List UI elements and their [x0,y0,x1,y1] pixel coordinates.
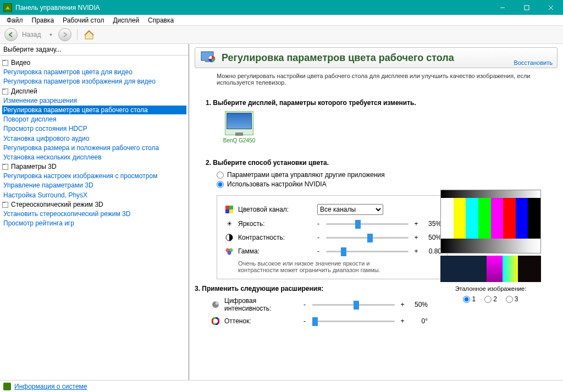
restore-defaults-link[interactable]: Восстановить [514,59,553,66]
hue-value: 0° [406,317,428,325]
tree-link[interactable]: Регулировка размера и положения рабочего… [2,143,186,152]
brightness-icon: ☀ [225,219,234,228]
vibrance-slider[interactable] [312,300,395,310]
toolbar: Назад ▼ [0,26,563,44]
tree-link[interactable]: Регулировка параметров цвета для видео [2,68,186,76]
svg-point-17 [212,318,219,324]
gamma-value: 0.80 [420,247,441,255]
radio-nvidia-input[interactable] [217,181,224,188]
display-tile[interactable]: BenQ G2450 [222,111,256,143]
ref-3[interactable]: 3 [506,295,518,303]
gamma-row: Гамма: - + 0.80 [225,246,441,256]
ref-1[interactable]: 1 [463,295,476,303]
menu-desktop[interactable]: Рабочий стол [58,15,108,25]
tree-category[interactable]: Дисплей [2,87,186,96]
brightness-slider[interactable] [326,219,409,229]
tree-link[interactable]: Установка цифрового аудио [2,134,186,143]
brightness-row: ☀ Яркость: - + 35% [225,219,441,229]
color-preview [440,190,541,253]
tree-link[interactable]: Управление параметрами 3D [2,181,186,190]
svg-rect-5 [205,61,209,62]
nav-tree: ВидеоРегулировка параметров цвета для ви… [0,56,189,380]
page-header: Регулировка параметров цвета рабочего ст… [195,47,558,68]
contrast-row: Контрастность: - + 50% [225,233,441,242]
section-2-header: 2. Выберите способ установки цвета. [206,159,558,167]
menubar: Файл Правка Рабочий стол Дисплей Справка [0,15,563,26]
tree-link[interactable]: Поворот дисплея [2,115,186,124]
reference-label: Эталонное изображение: [440,285,541,292]
window-title: Панель управления NVIDIA [15,4,490,12]
radio-nvidia-label: Использовать настройки NVIDIA [227,180,327,188]
reference-image-radios: 1 2 3 [440,295,541,303]
contrast-label: Контрастность: [238,234,315,241]
channel-select[interactable]: Все каналы [317,204,383,215]
page-description: Можно регулировать настройки цвета рабоч… [195,68,558,93]
menu-file[interactable]: Файл [2,15,27,25]
minimize-button[interactable] [490,0,515,15]
radio-other-input[interactable] [217,172,224,179]
tree-link[interactable]: Настройка Surround, PhysX [2,191,186,200]
brightness-label: Яркость: [238,220,315,228]
vibrance-value: 50% [406,301,428,308]
contrast-slider[interactable] [326,233,409,242]
gamma-label: Гамма: [238,247,315,255]
maximize-button[interactable] [515,0,539,15]
sysinfo-link[interactable]: Информация о системе [14,383,87,390]
preview-column: Эталонное изображение: 1 2 3 [440,190,541,303]
svg-rect-7 [225,206,229,209]
tree-link[interactable]: Регулировка параметров изображения для в… [2,77,186,86]
menu-help[interactable]: Справка [143,15,178,25]
color-controls-box: Цветовой канал: Все каналы ☀ Яркость: - … [217,195,448,279]
tree-category[interactable]: Видео [2,58,186,67]
gamma-hint: Очень высокое или низкое значение яркост… [238,260,381,273]
vibrance-row: Цифровая интенсивность: - + 50% [211,297,464,312]
vibrance-label: Цифровая интенсивность: [224,297,301,312]
tree-category[interactable]: Параметры 3D [2,162,186,171]
ref-2[interactable]: 2 [484,295,497,303]
section-3-header: 3. Применить следующие расширения: [195,285,464,292]
tree-link[interactable]: Установка нескольких дисплеев [2,153,186,162]
tree-link[interactable]: Установить стереоскопический режим 3D [2,209,186,218]
svg-rect-8 [229,206,233,209]
tree-link[interactable]: Просмотр рейтинга игр [2,219,186,228]
forward-button[interactable] [58,28,71,41]
svg-point-14 [228,251,231,255]
vibrance-icon [211,300,220,309]
svg-rect-9 [225,209,229,213]
monitor-icon [225,111,253,135]
tree-link[interactable]: Просмотр состояния HDCP [2,124,186,133]
radio-other-label: Параметрами цвета управляют другие прило… [227,171,385,179]
radio-other-apps[interactable]: Параметрами цвета управляют другие прило… [217,171,558,179]
contrast-icon [225,233,234,242]
hue-slider[interactable] [312,316,395,326]
back-dropdown[interactable]: ▼ [45,32,56,37]
menu-display[interactable]: Дисплей [108,15,143,25]
contrast-value: 50% [420,234,441,241]
back-label: Назад [20,31,43,38]
menu-edit[interactable]: Правка [27,15,59,25]
home-button[interactable] [83,29,95,41]
gamma-icon [225,247,234,256]
svg-rect-10 [229,209,233,213]
brightness-value: 35% [420,220,441,228]
sidebar-header: Выберите задачу... [0,44,189,56]
tree-link[interactable]: Регулировка настроек изображения с просм… [2,172,186,180]
display-name-label: BenQ G2450 [222,137,256,143]
gamma-slider[interactable] [326,246,409,256]
nvidia-icon [3,3,12,12]
close-button[interactable] [539,0,563,15]
section-1-header: 1. Выберите дисплей, параметры которого … [206,99,558,107]
radio-nvidia[interactable]: Использовать настройки NVIDIA [217,180,558,188]
color-preview-2 [440,256,541,282]
separator [77,29,78,40]
sidebar: Выберите задачу... ВидеоРегулировка пара… [0,44,189,380]
tree-link[interactable]: Изменение разрешения [2,96,186,105]
hue-row: Оттенок: - + 0° [211,316,464,326]
page-title: Регулировка параметров цвета рабочего ст… [222,52,551,64]
titlebar[interactable]: Панель управления NVIDIA [0,0,563,15]
hue-icon [211,317,220,325]
back-button[interactable] [4,28,18,41]
tree-category[interactable]: Стереоскопический режим 3D [2,200,186,209]
statusbar: Информация о системе [0,380,563,392]
tree-link[interactable]: Регулировка параметров цвета рабочего ст… [2,106,186,114]
